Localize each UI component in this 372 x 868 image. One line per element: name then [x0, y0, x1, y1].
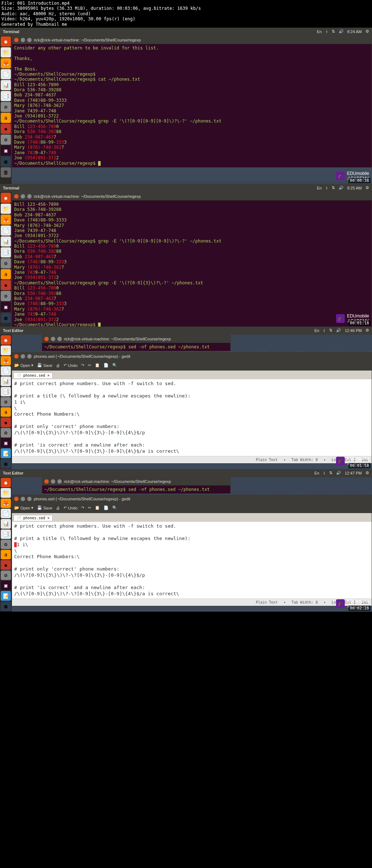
close-icon[interactable] — [14, 38, 19, 42]
search-icon[interactable]: 🔍 — [112, 505, 117, 510]
trash-icon[interactable]: 🗑 — [1, 167, 11, 177]
cut-icon[interactable]: ✂ — [88, 505, 91, 510]
clock[interactable]: 8:25 AM — [347, 186, 362, 190]
minimize-icon[interactable] — [51, 337, 55, 341]
settings-icon[interactable]: ⚙ — [1, 291, 11, 301]
titlebar[interactable]: phones.sed (~/Documents/ShellCourse/rege… — [12, 495, 372, 503]
terminal-output[interactable]: Consider any other pattern to be invalid… — [12, 44, 372, 167]
sound-icon[interactable]: 🔊 — [339, 185, 344, 190]
files-icon[interactable]: 📁 — [1, 47, 11, 57]
editor-content[interactable]: # print correct phone numbers. Use with … — [12, 522, 372, 599]
minimize-icon[interactable] — [21, 497, 25, 501]
copy-icon[interactable]: 📋 — [95, 363, 100, 368]
terminal-output[interactable]: Bill 123-456-7890Dora 536-748-39288Bob 2… — [12, 200, 372, 329]
bluetooth-icon[interactable]: ᚼ — [323, 328, 326, 333]
undo-button[interactable]: ↶ Undo — [64, 363, 77, 368]
app-icon[interactable]: ◆ — [1, 560, 11, 569]
terminal-window[interactable]: rick@rick-virtual-machine: ~/Documents/S… — [12, 192, 372, 329]
search-icon[interactable]: 🔍 — [112, 363, 117, 368]
dash-icon[interactable]: ◉ — [1, 36, 11, 47]
impress-icon[interactable]: 📑 — [1, 529, 11, 539]
gear-icon[interactable]: ⚙ — [365, 471, 369, 475]
gedit-icon[interactable]: 📝 — [1, 448, 11, 458]
firefox-icon[interactable]: 🦊 — [1, 499, 11, 508]
open-button[interactable]: 📂 Open ▾ — [14, 505, 33, 510]
minimize-icon[interactable] — [51, 479, 55, 484]
software-icon[interactable]: ⚙ — [1, 258, 11, 268]
doc-icon[interactable]: 📄 — [1, 509, 11, 518]
amazon-icon[interactable]: a — [1, 407, 11, 417]
files-icon[interactable]: 📁 — [1, 345, 11, 355]
maximize-icon[interactable] — [27, 354, 32, 359]
impress-icon[interactable]: 📑 — [1, 387, 11, 396]
app-icon[interactable]: ◆ — [1, 124, 11, 134]
settings-icon[interactable]: ⚙ — [1, 135, 11, 145]
doc-icon[interactable]: 📄 — [1, 69, 11, 79]
dash-icon[interactable]: ◉ — [1, 335, 11, 345]
impress-icon[interactable]: 📑 — [1, 91, 11, 101]
software-icon[interactable]: ⚙ — [1, 102, 11, 112]
terminal-window[interactable]: rick@rick-virtual-machine: ~/Documents/S… — [12, 36, 372, 168]
settings-icon[interactable]: ⚙ — [1, 571, 11, 580]
terminal-icon[interactable]: ▣ — [1, 581, 11, 590]
doc-icon[interactable]: 📄 — [1, 225, 11, 236]
files-icon[interactable]: 📁 — [1, 488, 11, 497]
copy-icon[interactable]: 📋 — [95, 505, 100, 510]
app-icon[interactable]: ◆ — [1, 280, 11, 290]
dash-icon[interactable]: ◉ — [1, 193, 11, 203]
redo-icon[interactable]: ↷ — [81, 505, 84, 510]
network-icon[interactable]: ⇅ — [332, 185, 335, 190]
dash-icon[interactable]: ◉ — [1, 478, 11, 487]
sound-icon[interactable]: 🔊 — [339, 29, 344, 34]
calc-icon[interactable]: 📊 — [1, 80, 11, 90]
redo-icon[interactable]: ↷ — [81, 363, 84, 368]
lang-indicator[interactable]: En — [317, 29, 322, 34]
close-icon[interactable] — [44, 479, 49, 484]
gedit-icon[interactable]: 📝 — [1, 591, 11, 600]
tab-phones-sed[interactable]: 📄 phones.sed × — [13, 515, 53, 521]
software-icon[interactable]: ⚙ — [1, 540, 11, 549]
clock[interactable]: 8:24 AM — [347, 29, 362, 34]
print-icon[interactable]: 🖨 — [56, 363, 60, 368]
impress-icon[interactable]: 📑 — [1, 247, 11, 257]
clock[interactable]: 12:46 PM — [345, 328, 362, 333]
maximize-icon[interactable] — [27, 194, 32, 199]
app2-icon[interactable]: ▦ — [1, 601, 11, 611]
files-icon[interactable]: 📁 — [1, 204, 11, 214]
maximize-icon[interactable] — [27, 38, 32, 42]
sound-icon[interactable]: 🔊 — [336, 471, 341, 475]
terminal-icon[interactable]: ▣ — [1, 302, 11, 312]
gear-icon[interactable]: ⚙ — [365, 185, 369, 190]
minimize-icon[interactable] — [21, 194, 25, 199]
gedit-window[interactable]: phones.sed (~/Documents/ShellCourse/rege… — [12, 352, 372, 464]
titlebar[interactable]: phones.sed (~/Documents/ShellCourse/rege… — [12, 352, 372, 360]
lang-indicator[interactable]: En — [317, 186, 322, 190]
maximize-icon[interactable] — [57, 479, 62, 484]
network-icon[interactable]: ⇅ — [332, 29, 335, 34]
open-button[interactable]: 📂 Open ▾ — [14, 363, 33, 368]
syntax-selector[interactable]: Plain Text — [256, 458, 278, 462]
save-button[interactable]: 💾 Save — [37, 505, 52, 510]
app2-icon[interactable]: ▦ — [1, 156, 11, 167]
print-icon[interactable]: 🖨 — [56, 506, 60, 510]
paste-icon[interactable]: 📄 — [104, 505, 109, 510]
maximize-icon[interactable] — [57, 337, 62, 341]
calc-icon[interactable]: 📊 — [1, 376, 11, 386]
tab-phones-sed[interactable]: 📄 phones.sed × — [13, 372, 53, 378]
titlebar[interactable]: rick@rick-virtual-machine: ~/Documents/S… — [12, 36, 372, 44]
lang-indicator[interactable]: En — [314, 328, 319, 333]
terminal-icon[interactable]: ▣ — [1, 438, 11, 448]
close-icon[interactable] — [14, 194, 19, 199]
amazon-icon[interactable]: a — [1, 269, 11, 279]
tabwidth-selector[interactable]: Tab Width: 8 — [291, 600, 318, 604]
software-icon[interactable]: ⚙ — [1, 397, 11, 407]
network-icon[interactable]: ⇅ — [329, 328, 332, 333]
close-icon[interactable] — [14, 354, 19, 359]
editor-content[interactable]: # print correct phone numbers. Use with … — [12, 379, 372, 456]
background-terminal[interactable]: rick@rick-virtual-machine: ~/Documents/S… — [42, 335, 231, 351]
firefox-icon[interactable]: 🦊 — [1, 356, 11, 365]
settings-icon[interactable]: ⚙ — [1, 428, 11, 437]
app2-icon[interactable]: ▦ — [1, 313, 11, 323]
doc-icon[interactable]: 📄 — [1, 366, 11, 376]
save-button[interactable]: 💾 Save — [37, 363, 52, 368]
